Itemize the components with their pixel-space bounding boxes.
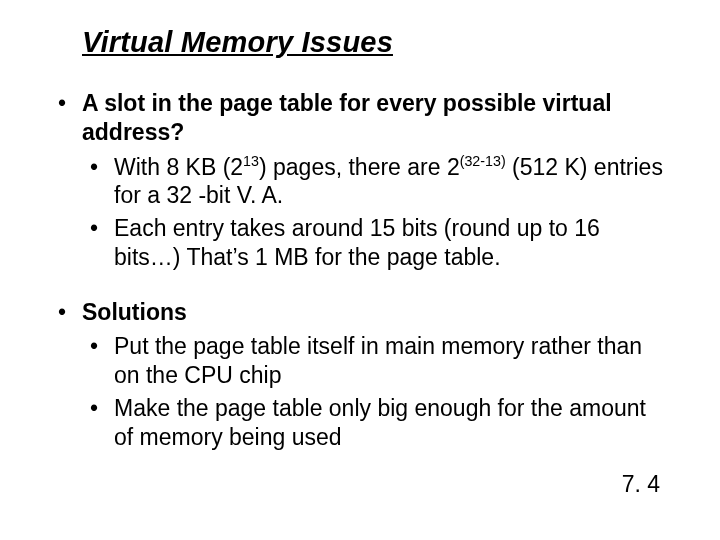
slide-title: Virtual Memory Issues bbox=[82, 26, 670, 59]
bullet-solutions-lead: Solutions bbox=[50, 298, 670, 327]
slide: Virtual Memory Issues A slot in the page… bbox=[0, 0, 720, 540]
text-frag: With 8 KB (2 bbox=[114, 154, 243, 180]
page-number: 7. 4 bbox=[622, 471, 660, 498]
bullet-pages-entries: With 8 KB (213) pages, there are 2(32-13… bbox=[50, 153, 670, 211]
bullet-issue-lead: A slot in the page table for every possi… bbox=[50, 89, 670, 147]
superscript-32-13: (32-13) bbox=[460, 153, 506, 169]
superscript-13: 13 bbox=[243, 153, 259, 169]
bullet-solution-main-memory: Put the page table itself in main memory… bbox=[50, 332, 670, 390]
bullet-entry-bits: Each entry takes around 15 bits (round u… bbox=[50, 214, 670, 272]
text-frag: ) pages, there are 2 bbox=[259, 154, 460, 180]
bullet-solution-sized-table: Make the page table only big enough for … bbox=[50, 394, 670, 452]
group-issue: A slot in the page table for every possi… bbox=[50, 89, 670, 272]
group-solutions: Solutions Put the page table itself in m… bbox=[50, 298, 670, 452]
